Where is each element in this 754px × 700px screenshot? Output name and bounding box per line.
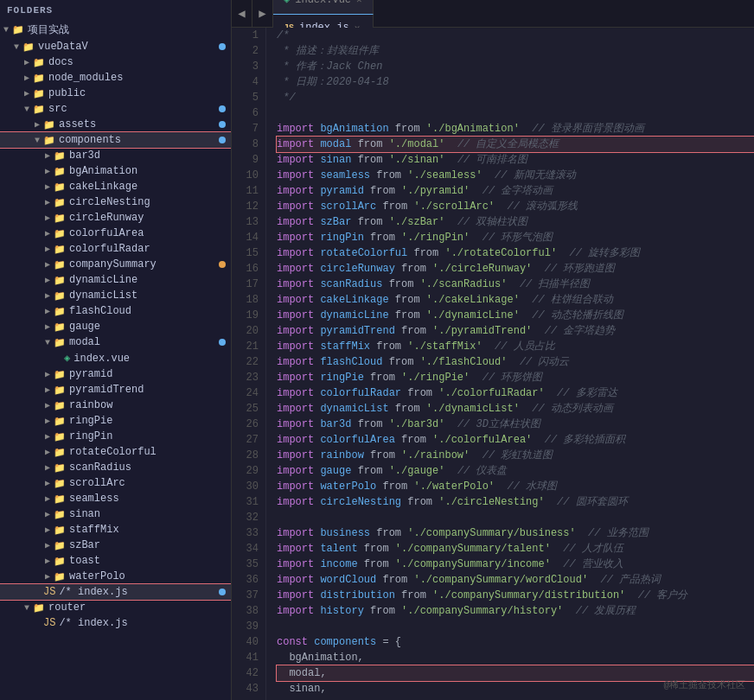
folder-icon: 📁 — [54, 540, 66, 551]
import-after — [557, 247, 569, 259]
tree-item-colorfulRadar[interactable]: ▶📁colorfulRadar — [0, 241, 231, 257]
tree-item-node_modules[interactable]: ▶📁node_modules — [0, 70, 231, 86]
tree-item-cakeLinkage[interactable]: ▶📁cakeLinkage — [0, 179, 231, 194]
import-path: './rotateColorful' — [444, 247, 557, 259]
import-after — [520, 294, 532, 306]
tree-item-circleRunway[interactable]: ▶📁circleRunway — [0, 210, 231, 226]
tree-item-ringPin[interactable]: ▶📁ringPin — [0, 429, 231, 444]
tree-item-src[interactable]: ▼📁src — [0, 101, 231, 117]
folder-icon: 📁 — [54, 197, 66, 208]
import-after — [470, 372, 482, 384]
tree-item-colorfulArea[interactable]: ▶📁colorfulArea — [0, 226, 231, 241]
line-number-5: 5 — [235, 90, 259, 105]
tree-item-modal-index-vue[interactable]: ◈index.vue — [0, 350, 231, 366]
import-path: './companySummary/talent' — [395, 543, 551, 555]
tree-item-dynamicList[interactable]: ▶📁dynamicList — [0, 288, 231, 303]
import-path: './staffMix' — [407, 340, 482, 353]
tree-item-rainbow[interactable]: ▶📁rainbow — [0, 398, 231, 413]
tree-label: ringPie — [69, 415, 112, 427]
tree-label: public — [48, 87, 86, 99]
import-path: './dynamicList' — [426, 403, 520, 415]
tree-item-scanRadius[interactable]: ▶📁scanRadius — [0, 460, 231, 475]
tab-nav-back[interactable]: ◀ — [232, 0, 252, 28]
from-keyword: from — [351, 465, 388, 477]
from-keyword: from — [376, 574, 413, 586]
tab-close-btn[interactable]: ✕ — [356, 0, 362, 5]
tree-item-seamless[interactable]: ▶📁seamless — [0, 491, 231, 506]
folder-icon: 📁 — [54, 431, 66, 442]
import-keyword: import — [277, 325, 320, 337]
import-after — [563, 605, 575, 617]
tree-item-root[interactable]: ▼📁项目实战 — [0, 21, 231, 39]
code-line-10: import seamless from './seamless' // 新闻无… — [277, 168, 754, 183]
import-after — [495, 200, 507, 213]
tree-item-pyramidTrend[interactable]: ▶📁pyramidTrend — [0, 382, 231, 398]
import-path: './pyramid' — [401, 185, 470, 197]
tree-item-rotateColorful[interactable]: ▶📁rotateColorful — [0, 444, 231, 460]
import-comment: // 彩虹轨道图 — [482, 449, 553, 461]
file-explorer: FOLDERS ▼📁项目实战▼📁vueDataV▶📁docs▶📁node_mod… — [0, 0, 232, 700]
tree-item-szBar[interactable]: ▶📁szBar — [0, 538, 231, 553]
import-after — [495, 480, 507, 493]
import-name: pyramidTrend — [320, 325, 394, 337]
tree-label: circleRunway — [69, 212, 144, 224]
code-line-2: * 描述：封装组件库 — [277, 43, 754, 59]
tab-nav-forward[interactable]: ▶ — [252, 0, 273, 28]
tree-item-pyramid[interactable]: ▶📁pyramid — [0, 366, 231, 382]
tree-item-ringPie[interactable]: ▶📁ringPie — [0, 413, 231, 429]
tree-item-docs[interactable]: ▶📁docs — [0, 54, 231, 70]
import-after — [520, 309, 532, 321]
import-after — [470, 185, 482, 197]
tree-item-public[interactable]: ▶📁public — [0, 86, 231, 101]
line-number-28: 28 — [235, 448, 259, 463]
line-number-19: 19 — [235, 308, 259, 323]
tree-item-toast[interactable]: ▶📁toast — [0, 553, 231, 569]
line-number-26: 26 — [235, 417, 259, 432]
from-keyword: from — [401, 387, 438, 399]
tree-label: gauge — [69, 321, 100, 333]
code-line-36: import wordCloud from './companySummary/… — [277, 572, 754, 588]
tree-label: waterPolo — [69, 570, 125, 582]
tree-item-waterPolo[interactable]: ▶📁waterPolo — [0, 569, 231, 584]
tree-item-bgAnimation[interactable]: ▶📁bgAnimation — [0, 163, 231, 179]
tree-arrow: ▶ — [42, 244, 54, 254]
tree-item-vueDataV[interactable]: ▼📁vueDataV — [0, 39, 231, 54]
import-path: './dynamicLine' — [426, 309, 520, 321]
folder-icon: 📁 — [54, 571, 66, 582]
tree-item-bar3d[interactable]: ▶📁bar3d — [0, 148, 231, 163]
import-name: business — [320, 527, 370, 539]
tree-item-companySummary[interactable]: ▶📁companySummary — [0, 257, 231, 272]
tree-item-index-js[interactable]: JS/* index.js — [0, 584, 231, 600]
folder-icon: 📁 — [54, 400, 66, 411]
tree-label: src — [48, 103, 67, 115]
tree-item-staffMix[interactable]: ▶📁staffMix — [0, 522, 231, 538]
tab-tab-index-vue[interactable]: ◈index.vue✕ — [273, 0, 374, 14]
tree-item-sinan[interactable]: ▶📁sinan — [0, 506, 231, 522]
import-name: dynamicLine — [320, 309, 388, 321]
code-line-28: import rainbow from './rainbow' // 彩虹轨道图 — [277, 448, 754, 463]
tree-item-flashCloud[interactable]: ▶📁flashCloud — [0, 303, 231, 319]
line-number-32: 32 — [235, 510, 259, 525]
import-name: bar3d — [320, 418, 351, 430]
tree-item-assets[interactable]: ▶📁assets — [0, 117, 231, 132]
comment: * 日期：2020-04-18 — [277, 76, 389, 88]
tree-item-dynamicLine[interactable]: ▶📁dynamicLine — [0, 272, 231, 288]
tree-item-router[interactable]: ▼📁router — [0, 600, 231, 615]
tree-arrow: ▼ — [31, 136, 43, 145]
code-container[interactable]: 1234567891011121314151617181920212223242… — [232, 28, 754, 700]
tab-bar: ◀ ▶ ◈index.vue✕JSindex.js✕ — [232, 0, 754, 28]
from-keyword: from — [395, 434, 432, 446]
folder-icon: 📁 — [54, 478, 66, 489]
tree-label: toast — [69, 555, 100, 567]
tree-item-router-index[interactable]: JS/* index.js — [0, 615, 231, 631]
tree-item-scrollArc[interactable]: ▶📁scrollArc — [0, 475, 231, 491]
tree-item-gauge[interactable]: ▶📁gauge — [0, 319, 231, 334]
line-number-17: 17 — [235, 277, 259, 292]
import-keyword: import — [277, 589, 320, 601]
import-after — [444, 154, 457, 166]
import-comment: // 营业收入 — [563, 558, 623, 570]
import-name: rotateColorful — [320, 247, 407, 259]
tree-item-modal[interactable]: ▼📁modal — [0, 334, 231, 350]
tree-item-circleNesting[interactable]: ▶📁circleNesting — [0, 194, 231, 210]
tree-item-components[interactable]: ▼📁components — [0, 132, 231, 148]
